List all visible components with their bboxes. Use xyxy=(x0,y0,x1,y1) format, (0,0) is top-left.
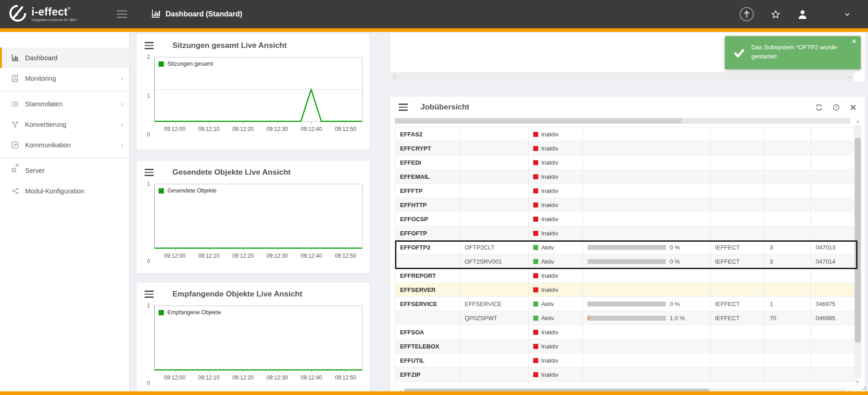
job-progress: 0 % xyxy=(583,240,710,254)
scrollbar-thumb[interactable] xyxy=(395,118,682,124)
job-number: 047014 xyxy=(811,255,856,268)
logo-emblem-icon xyxy=(8,4,27,25)
sidebar-item-label: Modul-Konfiguration xyxy=(25,187,84,195)
sidebar-item-dashboard[interactable]: Dashboard xyxy=(0,47,129,68)
table-row[interactable]: EFFAS2 Inaktiv xyxy=(395,127,856,141)
sidebar-item-monitoring[interactable]: Monitoring ‹ xyxy=(0,68,129,88)
app-logo[interactable]: i-effect® integrated solutions for IBM i xyxy=(8,4,110,25)
sidebar-item-stammdaten[interactable]: Stammdaten ‹ xyxy=(0,94,129,114)
user-icon[interactable] xyxy=(797,9,808,20)
table-row[interactable]: EFFZIP Inaktiv xyxy=(395,368,856,382)
job-number: 046985 xyxy=(811,311,856,325)
close-icon[interactable] xyxy=(850,104,857,111)
star-icon[interactable] xyxy=(771,10,780,19)
job-instance xyxy=(460,127,529,141)
y-axis-tick: 0 xyxy=(147,131,150,138)
table-row[interactable]: EFFREPORT Inaktiv xyxy=(395,269,856,283)
table-row[interactable]: QP0ZSPWT Aktiv 1.0 % IEFFECT 70 046985 xyxy=(395,311,856,325)
chart-plot-area: Gesendete Objekte xyxy=(154,184,363,249)
sidebar-item-label: Dashboard xyxy=(25,54,57,62)
chevron-down-icon[interactable] xyxy=(844,11,851,18)
panel-menu-icon[interactable] xyxy=(145,291,154,298)
job-user xyxy=(711,226,765,240)
x-axis-tick-label: 09:12:00 xyxy=(164,253,186,259)
panel-menu-icon[interactable] xyxy=(145,42,154,49)
scroll-down-icon[interactable]: ∨ xyxy=(854,378,862,385)
status-label: Aktiv xyxy=(541,315,554,322)
job-number xyxy=(811,353,856,367)
sidebar-item-kommunikation[interactable]: Kommunikation ‹ xyxy=(0,135,129,155)
table-row[interactable]: EFFEDI Inaktiv xyxy=(395,156,856,170)
table-row[interactable]: EFFSERVER Inaktiv xyxy=(395,283,856,297)
sidebar-toggle-icon[interactable] xyxy=(117,10,127,18)
legend-label: Sitzungen gesamt xyxy=(167,61,213,67)
job-count xyxy=(765,184,811,198)
chart-panel-header: Empfangende Objekte Live Ansicht xyxy=(137,283,369,299)
scroll-up-icon[interactable]: ∧ xyxy=(854,118,862,125)
sidebar-item-server[interactable]: ⚙⚙ Server xyxy=(0,160,129,181)
status-square xyxy=(533,160,538,165)
y-axis-labels: 10 xyxy=(140,306,154,383)
x-axis-tick-label: 09:12:00 xyxy=(164,126,186,132)
table-row[interactable]: EFFFTP Inaktiv xyxy=(395,184,856,198)
table-row[interactable]: EFFTELEBOX Inaktiv xyxy=(395,339,856,353)
scrollbar-track[interactable] xyxy=(854,125,862,378)
table-row[interactable]: EFFOFTP Inaktiv xyxy=(395,226,856,240)
status-square xyxy=(533,231,538,236)
table-row[interactable]: EFFEMAIL Inaktiv xyxy=(395,170,856,184)
sidebar-item-konvertierung[interactable]: Konvertierung ‹ xyxy=(0,114,129,135)
job-number xyxy=(811,156,856,169)
panel-menu-icon[interactable] xyxy=(145,169,154,176)
y-axis-tick: 1 xyxy=(147,93,150,99)
table-row[interactable]: EFFHTTP Inaktiv xyxy=(395,198,856,212)
status-label: Inaktiv xyxy=(541,329,558,336)
panel-menu-icon[interactable] xyxy=(399,104,408,111)
table-scrollbar-vertical[interactable]: ∧ ∨ xyxy=(854,118,862,385)
table-row[interactable]: EFFCRYPT Inaktiv xyxy=(395,141,856,156)
clock-icon[interactable] xyxy=(832,104,840,111)
upload-icon[interactable] xyxy=(739,6,754,22)
table-row[interactable]: EFFOFTP2 OFTP2CLT Aktiv 0 % IEFFECT 3 04… xyxy=(395,240,856,255)
job-name: EFFOFTP2 xyxy=(395,240,460,254)
sidebar-item-modul-konfiguration[interactable]: Modul-Konfiguration xyxy=(0,181,129,201)
table-row[interactable]: EFFUTIL Inaktiv xyxy=(395,353,856,368)
table-row[interactable]: EFFSOA Inaktiv xyxy=(395,325,856,339)
scrollbar-thumb[interactable] xyxy=(855,138,861,343)
job-count xyxy=(765,353,811,367)
scroll-right-icon[interactable]: › xyxy=(849,73,851,80)
table-row[interactable] xyxy=(395,382,856,385)
job-count: 1 xyxy=(765,297,811,311)
job-progress xyxy=(583,353,710,367)
job-status: Inaktiv xyxy=(529,269,583,282)
registered-mark: ® xyxy=(68,6,70,10)
job-count xyxy=(765,226,811,240)
status-label: Inaktiv xyxy=(541,216,558,223)
status-square xyxy=(533,146,538,151)
job-user: IEFFECT xyxy=(711,240,765,254)
x-axis-tick-label: 09:12:20 xyxy=(232,374,254,381)
job-number xyxy=(811,127,856,141)
close-icon[interactable]: × xyxy=(852,38,856,45)
table-row[interactable]: EFFSERVICE EFFSERVICE Aktiv 0 % IEFFECT … xyxy=(395,297,856,311)
status-square xyxy=(533,259,538,264)
job-panel-actions xyxy=(815,104,857,111)
page: { "navbar": { "logo_text": "i-effect", "… xyxy=(0,0,868,395)
job-progress xyxy=(583,226,710,240)
resize-handle[interactable] xyxy=(862,386,866,390)
sidebar-divider xyxy=(0,91,129,91)
table-row[interactable]: EFFOCSP Inaktiv xyxy=(395,212,856,226)
status-label: Inaktiv xyxy=(541,272,558,279)
refresh-icon[interactable] xyxy=(815,104,823,111)
status-label: Inaktiv xyxy=(541,202,558,208)
scroll-left-icon[interactable]: ‹ xyxy=(394,73,395,80)
table-scrollbar-top[interactable] xyxy=(395,118,850,124)
table-row[interactable]: OFT2SRV001 Aktiv 0 % IEFFECT 3 047014 xyxy=(395,255,856,269)
status-label: Inaktiv xyxy=(541,159,558,166)
horizontal-scrollbar[interactable]: ‹ › xyxy=(390,72,854,81)
check-icon xyxy=(733,47,745,61)
job-number xyxy=(811,141,856,155)
job-instance xyxy=(460,269,529,282)
x-axis-tick-label: 09:12:10 xyxy=(198,253,220,259)
book-icon xyxy=(9,74,21,83)
job-user xyxy=(711,170,765,183)
